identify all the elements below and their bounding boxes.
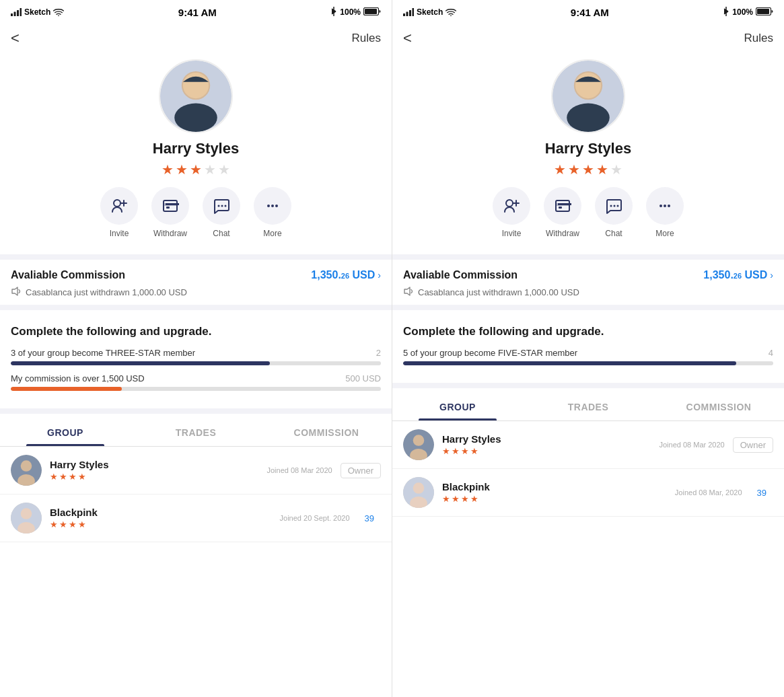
invite-icon-circle xyxy=(100,187,138,225)
member-date: Joined 20 Sept. 2020 xyxy=(280,514,350,522)
commission-label: Avaliable Commission xyxy=(403,269,518,281)
star-icon: ★ xyxy=(568,161,580,178)
member-action-link[interactable]: 39 xyxy=(750,486,773,500)
svg-rect-47 xyxy=(558,203,571,205)
upgrade-item-label: 3 of your group become THREE-STAR member xyxy=(11,348,195,358)
carrier-label: Sketch xyxy=(417,7,443,17)
chat-button[interactable]: Chat xyxy=(595,187,633,238)
svg-rect-37 xyxy=(757,9,769,14)
section-divider-2 xyxy=(392,305,784,310)
commission-notice: Casablanca just withdrawn 1,000.00 USD xyxy=(11,287,381,298)
avatar xyxy=(551,59,625,133)
member-stars: ★★★★ xyxy=(50,519,272,529)
svg-rect-0 xyxy=(11,13,13,16)
svg-marker-55 xyxy=(404,287,410,295)
svg-point-54 xyxy=(668,205,670,207)
upgrade-title: Complete the following and upgrade. xyxy=(403,325,773,338)
nav-bar: < Rules xyxy=(392,24,784,52)
more-button[interactable]: More xyxy=(254,187,291,238)
withdraw-button[interactable]: Withdraw xyxy=(544,187,581,238)
back-button[interactable]: < xyxy=(403,30,412,47)
bluetooth-icon xyxy=(330,7,337,18)
status-time: 9:41 AM xyxy=(178,7,217,18)
avatar xyxy=(159,59,233,133)
more-label: More xyxy=(655,229,674,238)
group-list: Harry Styles★★★★Joined 08 Mar 2020Owner … xyxy=(392,421,784,517)
commission-section: Avaliable Commission 1,350.26 USD › Casa… xyxy=(0,260,392,305)
invite-label: Invite xyxy=(502,229,522,238)
tab-commission[interactable]: COMMISSION xyxy=(653,394,784,420)
back-button[interactable]: < xyxy=(11,30,20,47)
tab-group[interactable]: GROUP xyxy=(392,394,523,420)
tab-trades[interactable]: TRADES xyxy=(523,394,653,420)
svg-rect-32 xyxy=(406,12,408,17)
star-icon: ★ xyxy=(470,494,478,504)
member-stars: ★★★★ xyxy=(442,494,667,504)
star-icon: ★ xyxy=(442,446,450,456)
star-icon: ★ xyxy=(582,161,594,178)
member-date: Joined 08 Mar 2020 xyxy=(659,441,724,449)
nav-title: Rules xyxy=(744,32,773,45)
svg-rect-48 xyxy=(559,207,562,209)
upgrade-section: Complete the following and upgrade. 3 of… xyxy=(0,316,392,408)
action-buttons: Invite Withdraw Chat xyxy=(493,187,684,238)
upgrade-item-row: My commission is over 1,500 USD 500 USD xyxy=(11,373,381,383)
section-divider xyxy=(0,254,392,260)
invite-button[interactable]: Invite xyxy=(100,187,138,238)
carrier-label: Sketch xyxy=(24,7,50,17)
commission-chevron-icon: › xyxy=(770,270,773,281)
commission-amount[interactable]: 1,350.26 USD › xyxy=(311,269,381,281)
tabs-section: GROUPTRADESCOMMISSION xyxy=(392,394,784,421)
withdraw-icon-circle xyxy=(544,187,581,225)
invite-button[interactable]: Invite xyxy=(493,187,530,238)
commission-amount[interactable]: 1,350.26 USD › xyxy=(703,269,773,281)
group-list: Harry Styles★★★★Joined 08 Mar 2020Owner … xyxy=(0,447,392,542)
svg-marker-24 xyxy=(12,287,17,295)
more-icon-circle xyxy=(254,187,291,225)
tab-group[interactable]: GROUP xyxy=(0,419,131,446)
nav-title: Rules xyxy=(352,32,381,45)
star-icon: ★ xyxy=(162,161,174,178)
svg-rect-2 xyxy=(17,10,19,16)
tab-trades[interactable]: TRADES xyxy=(131,419,261,446)
star-icon: ★ xyxy=(218,161,230,178)
svg-rect-1 xyxy=(14,12,16,17)
star-icon: ★ xyxy=(204,161,216,178)
battery-label: 100% xyxy=(340,7,361,17)
star-icon: ★ xyxy=(452,494,460,504)
member-avatar xyxy=(403,429,434,460)
svg-rect-16 xyxy=(166,203,179,205)
upgrade-item-value: 500 USD xyxy=(345,373,381,383)
tab-commission[interactable]: COMMISSION xyxy=(261,419,392,446)
commission-value: 1,350.26 USD xyxy=(311,269,375,281)
member-date: Joined 08 Mar 2020 xyxy=(266,466,332,474)
battery-label: 100% xyxy=(732,7,753,17)
upgrade-section: Complete the following and upgrade. 5 of… xyxy=(392,316,784,383)
svg-point-26 xyxy=(21,460,32,472)
star-icon: ★ xyxy=(59,519,67,529)
member-info: Harry Styles★★★★ xyxy=(50,459,258,482)
svg-point-22 xyxy=(271,205,274,207)
svg-point-4 xyxy=(59,15,60,16)
star-icon: ★ xyxy=(554,161,566,178)
chat-button[interactable]: Chat xyxy=(203,187,240,238)
bluetooth-icon xyxy=(723,7,729,18)
svg-point-20 xyxy=(225,205,227,207)
svg-point-11 xyxy=(114,200,120,207)
nav-bar: < Rules xyxy=(0,24,392,52)
status-time: 9:41 AM xyxy=(571,7,609,18)
star-icon: ★ xyxy=(50,472,58,482)
star-icon: ★ xyxy=(461,446,469,456)
chat-label: Chat xyxy=(605,229,622,238)
section-divider xyxy=(392,254,784,260)
more-button[interactable]: More xyxy=(646,187,684,238)
list-item: Blackpink★★★★Joined 08 Mar, 202039 xyxy=(392,469,784,517)
commission-row: Avaliable Commission 1,350.26 USD › xyxy=(403,269,773,281)
svg-point-51 xyxy=(617,205,619,207)
svg-point-57 xyxy=(413,435,425,446)
member-action-link[interactable]: 39 xyxy=(358,511,381,525)
svg-rect-31 xyxy=(403,13,405,16)
svg-rect-33 xyxy=(409,10,411,16)
upgrade-item-1: My commission is over 1,500 USD 500 USD xyxy=(11,373,381,391)
withdraw-button[interactable]: Withdraw xyxy=(151,187,189,238)
